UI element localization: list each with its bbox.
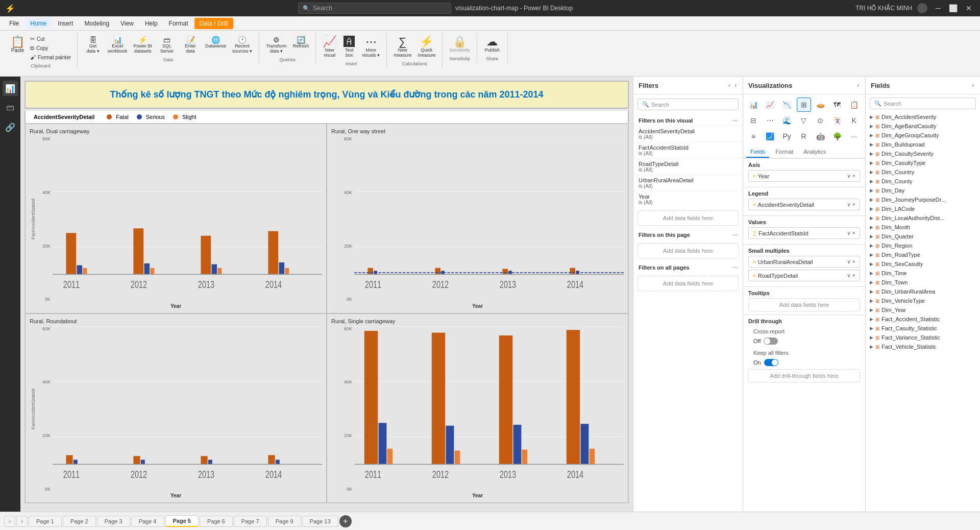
viz-column-chart[interactable]: 📈 bbox=[763, 98, 777, 112]
more-visuals-button[interactable]: ⋯ Morevisuals ▾ bbox=[359, 35, 382, 59]
field-dim-casulty-type[interactable]: ▶ ⊞ Dim_CasultyType bbox=[866, 158, 980, 167]
sm1-expand-icon[interactable]: ∨ bbox=[847, 258, 851, 265]
model-view-icon[interactable]: 🔗 bbox=[3, 119, 18, 135]
filter-road-type[interactable]: RoadTypeDetail is (All) bbox=[633, 158, 743, 175]
filters-all-pages-more[interactable]: ··· bbox=[733, 264, 738, 271]
viz-format-tab[interactable]: Format bbox=[771, 147, 797, 158]
viz-legend-field[interactable]: ≡ AccidentSeverityDetail ∨ × bbox=[748, 199, 860, 210]
viz-kpi[interactable]: K bbox=[847, 113, 861, 128]
viz-decomp-tree[interactable]: 🌳 bbox=[830, 129, 844, 143]
viz-card[interactable]: 🃏 bbox=[830, 113, 844, 128]
keep-filters-toggle-track[interactable] bbox=[764, 359, 778, 366]
page-prev-button[interactable]: ‹ bbox=[4, 516, 15, 527]
filter-accident-severity[interactable]: AccidentSeverityDetail is (All) bbox=[633, 126, 743, 142]
power-bi-datasets-button[interactable]: ⚡ Power BIdatasets bbox=[131, 35, 155, 55]
titlebar-search-text[interactable]: Search bbox=[313, 5, 332, 12]
field-dim-county[interactable]: ▶ ⊞ Dim_County bbox=[866, 177, 980, 186]
page-tab-4[interactable]: Page 4 bbox=[131, 516, 164, 527]
add-page-field-box[interactable]: Add data fields here bbox=[638, 243, 739, 258]
restore-button[interactable]: ⬜ bbox=[946, 4, 961, 12]
field-dim-year[interactable]: ▶ ⊞ Dim_Year bbox=[866, 305, 980, 315]
get-data-button[interactable]: 🗄 Getdata ▾ bbox=[82, 35, 104, 55]
report-view-icon[interactable]: 📊 bbox=[3, 81, 18, 96]
page-tab-6[interactable]: Page 6 bbox=[200, 516, 233, 527]
axis-remove-icon[interactable]: × bbox=[852, 173, 855, 179]
field-dim-casulty-severity[interactable]: ▶ ⊞ Dim_CasultySeverity bbox=[866, 149, 980, 158]
viz-shape-map[interactable]: 🗾 bbox=[763, 129, 777, 143]
legend-remove-icon[interactable]: × bbox=[852, 201, 855, 208]
viz-waterfall[interactable]: 🌊 bbox=[780, 113, 794, 128]
text-box-button[interactable]: 🅰 Textbox bbox=[340, 35, 358, 59]
excel-workbook-button[interactable]: 📊 Excelworkbook bbox=[105, 35, 130, 55]
field-dim-journey-purpose[interactable]: ▶ ⊞ Dim_JourneyPurposeDr... bbox=[866, 195, 980, 204]
field-dim-builduproad[interactable]: ▶ ⊞ Dim_Builduproad bbox=[866, 140, 980, 149]
filter-year[interactable]: Year is (All) bbox=[633, 191, 743, 207]
cut-button[interactable]: ✂ Cut bbox=[28, 35, 73, 43]
field-dim-age-group[interactable]: ▶ ⊞ Dim_AgeGroupCasulty bbox=[866, 131, 980, 140]
field-dim-urban-rural[interactable]: ▶ ⊞ Dim_UrbanRuralArea bbox=[866, 287, 980, 296]
page-tab-7[interactable]: Page 7 bbox=[234, 516, 267, 527]
chart-scroll-bar[interactable] bbox=[20, 508, 633, 512]
sm2-expand-icon[interactable]: ∨ bbox=[847, 272, 851, 279]
menu-insert[interactable]: Insert bbox=[53, 18, 78, 29]
viz-small-mult-field1[interactable]: ≡ UrbanRuralAreaDetail ∨ × bbox=[748, 256, 860, 268]
new-visual-button[interactable]: 📈 Newvisual bbox=[320, 35, 339, 59]
viz-add-tooltip[interactable]: Add data fields here bbox=[748, 298, 860, 311]
minimize-button[interactable]: ─ bbox=[933, 4, 944, 12]
viz-funnel[interactable]: ▽ bbox=[797, 113, 811, 128]
field-fact-vehicle[interactable]: ▶ ⊞ Fact_Vehicle_Statistic bbox=[866, 342, 980, 351]
field-fact-accident[interactable]: ▶ ⊞ Fact_Accident_Statistic bbox=[866, 315, 980, 324]
viz-drill-add-field[interactable]: Add drill-through fields here bbox=[748, 369, 860, 382]
viz-expand-button[interactable]: › bbox=[856, 81, 860, 90]
field-dim-local-authority[interactable]: ▶ ⊞ Dim_LocalAuthorityDist... bbox=[866, 213, 980, 223]
menu-home[interactable]: Home bbox=[25, 18, 52, 29]
paste-button[interactable]: 📋 Paste bbox=[8, 35, 27, 55]
field-dim-sex-casulty[interactable]: ▶ ⊞ Dim_SexCasulty bbox=[866, 259, 980, 269]
new-measure-button[interactable]: ∑ Newmeasure bbox=[391, 35, 414, 59]
format-painter-button[interactable]: 🖌 Format painter bbox=[28, 53, 73, 61]
field-dim-accident-severity[interactable]: ▶ ⊞ Dim_AccidentSeverity bbox=[866, 112, 980, 122]
filter-search-box[interactable]: 🔍 Search bbox=[638, 99, 739, 110]
viz-analytics-tab[interactable]: Analytics bbox=[799, 147, 830, 158]
page-tab-1[interactable]: Page 1 bbox=[29, 516, 62, 527]
field-dim-month[interactable]: ▶ ⊞ Dim_Month bbox=[866, 223, 980, 232]
field-dim-region[interactable]: ▶ ⊞ Dim_Region bbox=[866, 241, 980, 250]
data-view-icon[interactable]: 🗃 bbox=[3, 100, 18, 115]
page-tab-13[interactable]: Page 13 bbox=[302, 516, 338, 527]
page-tab-9[interactable]: Page 9 bbox=[268, 516, 301, 527]
viz-map[interactable]: 🗺 bbox=[830, 98, 844, 112]
viz-matrix[interactable]: ⊟ bbox=[746, 113, 761, 128]
field-dim-lacode[interactable]: ▶ ⊞ Dim_LACode bbox=[866, 204, 980, 213]
viz-values-field[interactable]: ∑ FactAccidentStatsId ∨ × bbox=[748, 227, 860, 239]
add-visual-field-box[interactable]: Add data fields here bbox=[638, 210, 739, 226]
field-dim-vehicle-type[interactable]: ▶ ⊞ Dim_VehicleType bbox=[866, 296, 980, 305]
filter-collapse-left[interactable]: ‹ bbox=[727, 81, 731, 90]
viz-ai-insights[interactable]: 🤖 bbox=[813, 129, 827, 143]
publish-button[interactable]: ☁ Publish bbox=[482, 35, 503, 54]
quick-measure-button[interactable]: ⚡ Quickmeasure bbox=[415, 35, 438, 59]
field-dim-day[interactable]: ▶ ⊞ Dim_Day bbox=[866, 186, 980, 195]
page-tab-5[interactable]: Page 5 bbox=[165, 515, 199, 527]
filter-fact-accident[interactable]: FactAccidentStatsId is (All) bbox=[633, 142, 743, 158]
field-fact-casulty[interactable]: ▶ ⊞ Fact_Casulty_Statistic bbox=[866, 324, 980, 333]
filters-on-page-more[interactable]: ··· bbox=[733, 232, 738, 238]
viz-small-mult-field2[interactable]: ≡ RoadTypeDetail ∨ × bbox=[748, 270, 860, 281]
dataverse-button[interactable]: 🌐 Dataverse bbox=[203, 35, 229, 50]
viz-fields-tab[interactable]: Fields bbox=[746, 147, 769, 158]
sm1-remove-icon[interactable]: × bbox=[852, 258, 855, 265]
viz-slicer[interactable]: ≡ bbox=[746, 129, 761, 143]
menu-format[interactable]: Format bbox=[164, 18, 193, 29]
filter-urban-rural[interactable]: UrbanRuralAreaDetail is (All) bbox=[633, 175, 743, 191]
field-dim-road-type[interactable]: ▶ ⊞ Dim_RoadType bbox=[866, 250, 980, 259]
viz-bar-chart[interactable]: 📊 bbox=[746, 98, 761, 112]
field-dim-age-band[interactable]: ▶ ⊞ Dim_AgeBandCasulty bbox=[866, 122, 980, 131]
sm2-remove-icon[interactable]: × bbox=[852, 272, 855, 279]
fields-expand-button[interactable]: › bbox=[971, 81, 975, 90]
add-all-pages-field-box[interactable]: Add data fields here bbox=[638, 276, 739, 291]
cross-report-toggle-track[interactable] bbox=[764, 338, 778, 345]
viz-multi-row-card[interactable]: ⊞ bbox=[797, 98, 811, 112]
refresh-button[interactable]: 🔄 Refresh bbox=[290, 35, 312, 50]
sensitivity-button[interactable]: 🔒 Sensitivity bbox=[447, 35, 473, 54]
viz-gauge[interactable]: ⊙ bbox=[813, 113, 827, 128]
page-add-button[interactable]: + bbox=[339, 515, 352, 527]
